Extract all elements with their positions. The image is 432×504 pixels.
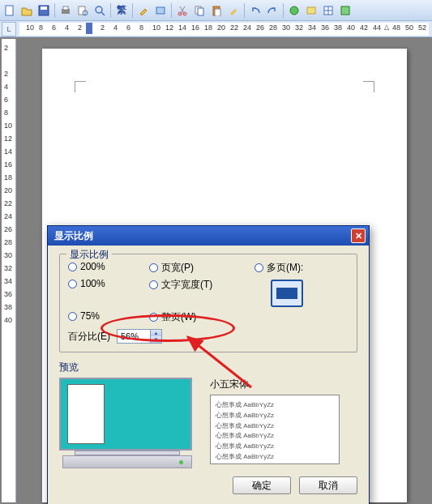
redo-icon[interactable] [264, 2, 280, 19]
traditional-icon[interactable]: 繁 [113, 2, 130, 19]
ruler-tick: 22 [230, 23, 238, 32]
svg-rect-17 [307, 7, 315, 14]
ruler-marker-icon[interactable] [86, 23, 92, 34]
brush-icon[interactable] [135, 2, 152, 19]
paste-icon[interactable] [208, 2, 225, 19]
ruler-tick: 34 [308, 23, 316, 32]
radio-100[interactable]: 100% [68, 278, 149, 289]
dialog-titlebar[interactable]: 显示比例 ✕ [48, 226, 369, 246]
ruler-tick: 30 [4, 251, 12, 259]
new-icon[interactable] [2, 2, 18, 19]
table-icon[interactable] [320, 2, 336, 19]
ruler-tick: 6 [52, 23, 56, 32]
vertical-ruler[interactable]: 2 2 4 6 8 10 12 14 16 18 20 22 24 26 28 … [2, 39, 16, 502]
svg-rect-9 [156, 7, 165, 14]
ruler-tick: 26 [4, 225, 12, 233]
ruler-tick: 28 [269, 23, 277, 32]
ruler-tick: 4 [65, 23, 69, 32]
dialog-title: 显示比例 [54, 229, 93, 243]
cut-icon[interactable] [174, 2, 190, 19]
monitor-screen-icon [59, 378, 192, 451]
preview-monitor [59, 378, 195, 468]
ruler-tick: 40 [4, 316, 12, 324]
radio-wholepage[interactable]: 整页(W) [149, 310, 254, 324]
svg-rect-4 [63, 6, 68, 10]
sample-line: 心想事成 AaBbYyZz [216, 411, 334, 421]
cancel-button[interactable]: 取消 [299, 476, 357, 494]
doc-icon[interactable] [337, 2, 353, 19]
spin-down-icon[interactable]: ▼ [150, 336, 161, 343]
ruler-tick: 24 [243, 23, 251, 32]
zoom-dialog: 显示比例 ✕ 显示比例 200% 页宽(P) 多页(M): 100% 文字宽度(… [47, 225, 370, 504]
ruler-tick: 14 [4, 147, 12, 156]
ruler-tick: 40 [347, 23, 355, 32]
close-button[interactable]: ✕ [351, 229, 366, 243]
multipage-icon[interactable] [271, 280, 303, 307]
ruler-tick: 32 [4, 264, 12, 272]
ruler-tick: 4 [113, 23, 118, 32]
ruler-tick: 2 [4, 70, 8, 78]
zoom-icon[interactable] [92, 2, 108, 19]
svg-rect-21 [341, 6, 349, 15]
ruler-tick: 2 [101, 23, 105, 32]
ruler-tick: 4 [4, 83, 8, 91]
radio-75[interactable]: 75% [68, 310, 149, 322]
svg-point-7 [96, 6, 102, 13]
undo-icon[interactable] [247, 2, 263, 19]
radio-pagewidth[interactable]: 页宽(P) [149, 261, 254, 275]
svg-point-16 [290, 6, 298, 15]
ruler-tick: 8 [139, 23, 143, 32]
ruler-tick: 52 [418, 23, 426, 32]
ruler-tick: 48 [392, 23, 400, 32]
spin-up-icon[interactable]: ▲ [150, 330, 161, 336]
ruler-tick: 50 [405, 23, 413, 32]
ruler-corner-icon[interactable]: L [2, 22, 16, 36]
radio-200[interactable]: 200% [68, 261, 149, 272]
svg-rect-2 [41, 6, 47, 10]
font-sample-box: 心想事成 AaBbYyZz 心想事成 AaBbYyZz 心想事成 AaBbYyZ… [210, 395, 340, 464]
find-icon[interactable] [152, 2, 169, 19]
svg-rect-15 [215, 9, 220, 16]
ruler-tick: 22 [4, 199, 12, 207]
ruler-tick: 8 [4, 109, 8, 117]
ruler-tick: 34 [4, 277, 12, 285]
ruler-tick: 18 [4, 173, 12, 182]
hr-icon[interactable] [303, 2, 319, 19]
svg-rect-13 [198, 8, 203, 15]
ruler-tick: 16 [191, 23, 199, 32]
horizontal-ruler[interactable]: 10 8 6 4 2 2 4 6 8 10 12 14 16 18 20 22 … [19, 23, 429, 36]
ruler-tick: 32 [295, 23, 303, 32]
format-icon[interactable] [225, 2, 242, 19]
save-icon[interactable] [36, 2, 52, 19]
preview-label: 预览 [59, 361, 357, 374]
zoom-group: 显示比例 200% 页宽(P) 多页(M): 100% 文字宽度(T) 75% … [59, 254, 357, 352]
ruler-tick: 20 [4, 186, 12, 194]
ruler-tick: 18 [204, 23, 212, 32]
ruler-tick: 2 [78, 23, 82, 32]
link-icon[interactable] [286, 2, 302, 19]
svg-point-10 [178, 12, 182, 15]
copy-icon[interactable] [191, 2, 207, 19]
percent-input[interactable]: 56% ▲ ▼ [117, 329, 162, 344]
preview-page-icon [67, 384, 105, 444]
radio-multipage[interactable]: 多页(M): [254, 261, 349, 275]
margin-corner-icon [75, 81, 86, 92]
ruler-tick: 36 [321, 23, 329, 32]
ok-button[interactable]: 确定 [233, 476, 291, 494]
open-icon[interactable] [19, 2, 35, 19]
sample-line: 心想事成 AaBbYyZz [216, 452, 334, 463]
radio-textwidth[interactable]: 文字宽度(T) [149, 278, 254, 292]
preview-icon[interactable] [75, 2, 91, 19]
ruler-tick: 8 [39, 23, 43, 32]
ruler-tick: 12 [165, 23, 173, 32]
ruler-tick: 10 [152, 23, 160, 32]
print-icon[interactable] [58, 2, 74, 19]
sample-line: 心想事成 AaBbYyZz [216, 400, 334, 411]
ruler-tick: 26 [256, 23, 264, 32]
ruler-tick: 38 [334, 23, 342, 32]
ruler-tick: 42 [360, 23, 368, 32]
ruler-tick: 6 [4, 96, 8, 104]
main-toolbar: 繁 [0, 0, 432, 21]
margin-corner-icon [363, 81, 374, 92]
ruler-tick: 38 [4, 303, 12, 311]
